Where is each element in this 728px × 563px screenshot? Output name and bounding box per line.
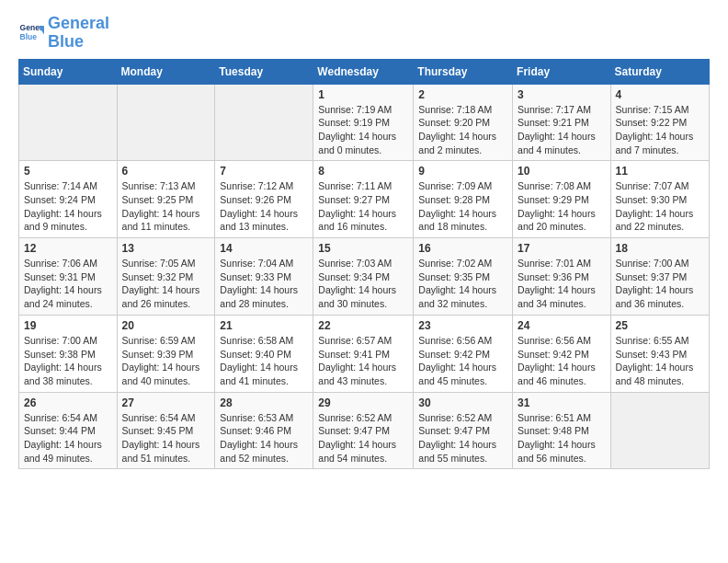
day-content: Sunrise: 6:58 AM Sunset: 9:40 PM Dayligh…: [220, 334, 308, 388]
day-content: Sunrise: 6:52 AM Sunset: 9:47 PM Dayligh…: [318, 411, 408, 465]
day-content: Sunrise: 7:05 AM Sunset: 9:32 PM Dayligh…: [122, 257, 210, 311]
logo-text: GeneralBlue: [48, 15, 109, 52]
weekday-header-wednesday: Wednesday: [313, 59, 414, 84]
day-number: 21: [220, 319, 308, 332]
day-content: Sunrise: 6:59 AM Sunset: 9:39 PM Dayligh…: [122, 334, 210, 388]
day-number: 23: [418, 319, 507, 332]
day-number: 2: [418, 88, 507, 101]
day-content: Sunrise: 7:07 AM Sunset: 9:30 PM Dayligh…: [616, 179, 704, 234]
calendar-cell: 28Sunrise: 6:53 AM Sunset: 9:46 PM Dayli…: [215, 392, 313, 469]
day-number: 3: [518, 88, 606, 101]
day-number: 29: [318, 396, 408, 409]
day-content: Sunrise: 6:56 AM Sunset: 9:42 PM Dayligh…: [518, 334, 606, 388]
calendar-cell: 3Sunrise: 7:17 AM Sunset: 9:21 PM Daylig…: [513, 84, 611, 161]
calendar-cell: 9Sunrise: 7:09 AM Sunset: 9:28 PM Daylig…: [414, 161, 513, 238]
day-content: Sunrise: 7:06 AM Sunset: 9:31 PM Dayligh…: [24, 257, 112, 311]
logo: General Blue GeneralBlue: [18, 15, 109, 52]
day-content: Sunrise: 6:51 AM Sunset: 9:48 PM Dayligh…: [518, 411, 606, 465]
day-number: 18: [616, 242, 704, 255]
day-content: Sunrise: 7:18 AM Sunset: 9:20 PM Dayligh…: [418, 103, 507, 157]
day-number: 31: [518, 396, 606, 409]
weekday-header-thursday: Thursday: [414, 59, 513, 84]
day-number: 5: [24, 165, 112, 178]
day-number: 1: [318, 88, 408, 101]
calendar-cell: 29Sunrise: 6:52 AM Sunset: 9:47 PM Dayli…: [313, 392, 414, 469]
day-number: 14: [220, 242, 308, 255]
calendar-cell: 2Sunrise: 7:18 AM Sunset: 9:20 PM Daylig…: [414, 84, 513, 161]
day-number: 27: [122, 396, 210, 409]
calendar-cell: 4Sunrise: 7:15 AM Sunset: 9:22 PM Daylig…: [610, 84, 709, 161]
day-content: Sunrise: 6:54 AM Sunset: 9:44 PM Dayligh…: [24, 411, 112, 465]
day-number: 24: [518, 319, 606, 332]
day-content: Sunrise: 7:01 AM Sunset: 9:36 PM Dayligh…: [518, 257, 606, 311]
calendar-cell: [215, 84, 313, 161]
day-content: Sunrise: 7:17 AM Sunset: 9:21 PM Dayligh…: [518, 103, 606, 157]
day-number: 28: [220, 396, 308, 409]
day-content: Sunrise: 6:54 AM Sunset: 9:45 PM Dayligh…: [122, 411, 210, 465]
day-content: Sunrise: 7:04 AM Sunset: 9:33 PM Dayligh…: [220, 257, 308, 311]
day-number: 17: [518, 242, 606, 255]
day-content: Sunrise: 7:09 AM Sunset: 9:28 PM Dayligh…: [418, 179, 507, 234]
calendar-table: SundayMondayTuesdayWednesdayThursdayFrid…: [18, 59, 710, 470]
weekday-header-friday: Friday: [513, 59, 611, 84]
calendar-cell: 1Sunrise: 7:19 AM Sunset: 9:19 PM Daylig…: [313, 84, 414, 161]
day-content: Sunrise: 7:14 AM Sunset: 9:24 PM Dayligh…: [24, 179, 112, 234]
calendar-header: SundayMondayTuesdayWednesdayThursdayFrid…: [19, 59, 710, 84]
day-number: 13: [122, 242, 210, 255]
calendar-cell: 10Sunrise: 7:08 AM Sunset: 9:29 PM Dayli…: [513, 161, 611, 238]
svg-text:Blue: Blue: [20, 32, 38, 41]
day-content: Sunrise: 7:19 AM Sunset: 9:19 PM Dayligh…: [318, 103, 408, 157]
calendar-cell: 31Sunrise: 6:51 AM Sunset: 9:48 PM Dayli…: [513, 392, 611, 469]
day-content: Sunrise: 7:12 AM Sunset: 9:26 PM Dayligh…: [220, 179, 308, 234]
day-number: 8: [318, 165, 408, 178]
weekday-header-monday: Monday: [117, 59, 215, 84]
day-number: 30: [418, 396, 507, 409]
day-content: Sunrise: 7:08 AM Sunset: 9:29 PM Dayligh…: [518, 179, 606, 234]
calendar-cell: [19, 84, 118, 161]
weekday-header-saturday: Saturday: [610, 59, 709, 84]
day-number: 10: [518, 165, 606, 178]
day-number: 15: [318, 242, 408, 255]
calendar-cell: 5Sunrise: 7:14 AM Sunset: 9:24 PM Daylig…: [19, 161, 118, 238]
calendar-cell: 24Sunrise: 6:56 AM Sunset: 9:42 PM Dayli…: [513, 315, 611, 392]
day-content: Sunrise: 7:00 AM Sunset: 9:38 PM Dayligh…: [24, 334, 112, 388]
calendar-cell: 12Sunrise: 7:06 AM Sunset: 9:31 PM Dayli…: [19, 238, 118, 316]
day-number: 7: [220, 165, 308, 178]
calendar-cell: 16Sunrise: 7:02 AM Sunset: 9:35 PM Dayli…: [414, 238, 513, 316]
day-content: Sunrise: 6:57 AM Sunset: 9:41 PM Dayligh…: [318, 334, 408, 388]
day-content: Sunrise: 6:52 AM Sunset: 9:47 PM Dayligh…: [418, 411, 507, 465]
calendar-week-2: 5Sunrise: 7:14 AM Sunset: 9:24 PM Daylig…: [19, 161, 710, 238]
day-content: Sunrise: 7:13 AM Sunset: 9:25 PM Dayligh…: [122, 179, 210, 234]
calendar-cell: 17Sunrise: 7:01 AM Sunset: 9:36 PM Dayli…: [513, 238, 611, 316]
calendar-week-5: 26Sunrise: 6:54 AM Sunset: 9:44 PM Dayli…: [19, 392, 710, 469]
calendar-cell: 15Sunrise: 7:03 AM Sunset: 9:34 PM Dayli…: [313, 238, 414, 316]
day-number: 12: [24, 242, 112, 255]
day-number: 25: [616, 319, 704, 332]
day-content: Sunrise: 7:03 AM Sunset: 9:34 PM Dayligh…: [318, 257, 408, 311]
calendar-cell: 26Sunrise: 6:54 AM Sunset: 9:44 PM Dayli…: [19, 392, 118, 469]
calendar-cell: 8Sunrise: 7:11 AM Sunset: 9:27 PM Daylig…: [313, 161, 414, 238]
calendar-cell: 14Sunrise: 7:04 AM Sunset: 9:33 PM Dayli…: [215, 238, 313, 316]
calendar-cell: 22Sunrise: 6:57 AM Sunset: 9:41 PM Dayli…: [313, 315, 414, 392]
day-content: Sunrise: 6:55 AM Sunset: 9:43 PM Dayligh…: [616, 334, 704, 388]
calendar-cell: 25Sunrise: 6:55 AM Sunset: 9:43 PM Dayli…: [610, 315, 709, 392]
calendar-cell: 23Sunrise: 6:56 AM Sunset: 9:42 PM Dayli…: [414, 315, 513, 392]
day-number: 19: [24, 319, 112, 332]
day-number: 6: [122, 165, 210, 178]
calendar-cell: [117, 84, 215, 161]
calendar-cell: 30Sunrise: 6:52 AM Sunset: 9:47 PM Dayli…: [414, 392, 513, 469]
calendar-week-1: 1Sunrise: 7:19 AM Sunset: 9:19 PM Daylig…: [19, 84, 710, 161]
day-number: 22: [318, 319, 408, 332]
weekday-header-tuesday: Tuesday: [215, 59, 313, 84]
day-number: 26: [24, 396, 112, 409]
day-number: 20: [122, 319, 210, 332]
day-number: 11: [616, 165, 704, 178]
day-content: Sunrise: 7:11 AM Sunset: 9:27 PM Dayligh…: [318, 179, 408, 234]
calendar-cell: 21Sunrise: 6:58 AM Sunset: 9:40 PM Dayli…: [215, 315, 313, 392]
calendar-cell: 20Sunrise: 6:59 AM Sunset: 9:39 PM Dayli…: [117, 315, 215, 392]
day-content: Sunrise: 6:56 AM Sunset: 9:42 PM Dayligh…: [418, 334, 507, 388]
calendar-cell: 19Sunrise: 7:00 AM Sunset: 9:38 PM Dayli…: [19, 315, 118, 392]
calendar-cell: 6Sunrise: 7:13 AM Sunset: 9:25 PM Daylig…: [117, 161, 215, 238]
day-content: Sunrise: 7:15 AM Sunset: 9:22 PM Dayligh…: [616, 103, 704, 157]
calendar-week-4: 19Sunrise: 7:00 AM Sunset: 9:38 PM Dayli…: [19, 315, 710, 392]
